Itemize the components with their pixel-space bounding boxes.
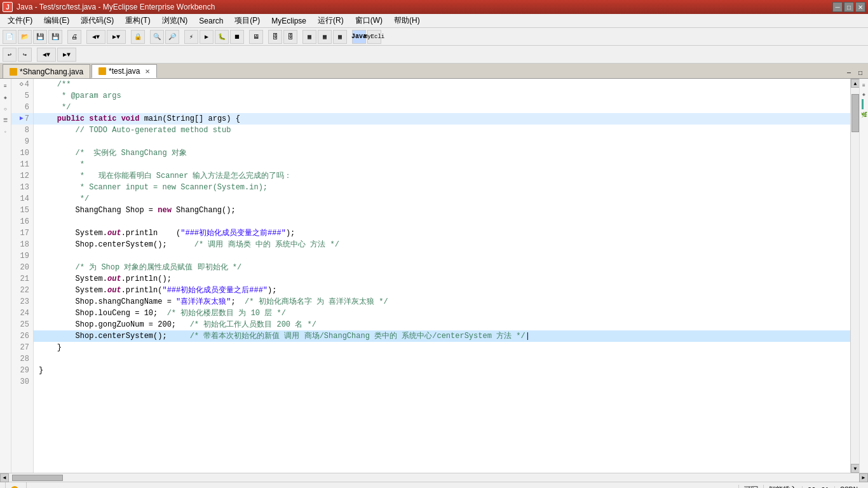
menu-source[interactable]: 源代码(S) — [76, 14, 119, 27]
run-button[interactable]: ▶ — [200, 30, 214, 44]
menu-edit[interactable]: 编辑(E) — [39, 14, 74, 27]
line-7: ► 7 — [11, 113, 33, 125]
line-4: ◇ 4 — [11, 79, 33, 90]
status-writable: 可写 — [738, 485, 763, 488]
mini-icon-3[interactable] — [862, 99, 867, 109]
scroll-down-button[interactable]: ▼ — [851, 464, 860, 473]
new-button[interactable]: 📄 — [3, 30, 17, 44]
code-line-23: Shop.shangChangName = "喜洋洋灰太狼"; /* 初始化商场… — [34, 296, 850, 308]
line-14: 14 — [11, 193, 33, 205]
h-scroll-track[interactable] — [9, 474, 859, 482]
nav-back-button[interactable]: ◀▼ — [37, 48, 56, 62]
line-5: 5 — [11, 90, 33, 102]
forward-button[interactable]: ▶▼ — [107, 30, 126, 44]
tab-maximize-button[interactable]: □ — [855, 68, 865, 78]
line-16: 16 — [11, 216, 33, 227]
line-20: 20 — [11, 262, 33, 273]
menu-run[interactable]: 运行(R) — [313, 14, 349, 27]
server-button[interactable]: 🖥 — [249, 30, 263, 44]
code-line-10: /* 实例化 ShangChang 对象 — [34, 147, 850, 159]
horizontal-scrollbar[interactable]: ◀ ▶ — [0, 473, 868, 482]
code-line-8: // TODO Auto-generated method stub — [34, 125, 850, 136]
mini-icon-2[interactable]: ◈ — [860, 90, 868, 98]
line-29: 29 — [11, 365, 33, 376]
h-scroll-thumb[interactable] — [12, 475, 63, 481]
layout1-button[interactable]: ▦ — [302, 30, 316, 44]
tab-minimize-button[interactable]: ─ — [844, 68, 854, 78]
back-button[interactable]: ◀▼ — [86, 30, 105, 44]
right-mini-panel: ≡ ◈ 🌿 — [859, 79, 868, 473]
minimize-button[interactable]: ─ — [832, 2, 843, 12]
close-button[interactable]: ✕ — [855, 2, 865, 12]
layout2-button[interactable]: ▦ — [318, 30, 332, 44]
myeclipse-perspective[interactable]: MyEcli — [367, 30, 381, 44]
menu-myeclipse[interactable]: MyEclipse — [266, 15, 311, 27]
menu-help[interactable]: 帮助(H) — [389, 14, 425, 27]
debug-button[interactable]: 🐛 — [215, 30, 229, 44]
gutter-icon-2[interactable]: ◈ — [1, 93, 10, 102]
deploy-button[interactable]: ⚡ — [184, 30, 198, 44]
line-17: 17 — [11, 227, 33, 239]
line-30: 30 — [11, 376, 33, 388]
save-button[interactable]: 💾 — [33, 30, 47, 44]
open-button[interactable]: 📂 — [18, 30, 32, 44]
menu-search[interactable]: Search — [194, 15, 228, 27]
scroll-track[interactable] — [851, 88, 859, 464]
scroll-left-button[interactable]: ◀ — [0, 473, 9, 482]
tab-label-test: *test.java — [109, 67, 140, 76]
print-button[interactable]: 🖨 — [67, 30, 81, 44]
status-position: 26 : 91 — [802, 486, 834, 489]
mini-icon-4[interactable]: 🌿 — [860, 111, 868, 118]
line-11: 11 — [11, 159, 33, 170]
toolbar-2: ↩ ↪ ◀▼ ▶▼ — [0, 46, 868, 64]
gutter-icon-4[interactable]: ☰ — [1, 116, 10, 125]
nav-fwd-button[interactable]: ▶▼ — [57, 48, 76, 62]
code-editor[interactable]: /** * @param args */ public static void … — [34, 79, 850, 473]
editor-area: ≡ ◈ ○ ☰ ◦ ◇ 4 5 6 ► 7 8 9 10 11 12 13 14… — [0, 79, 868, 473]
tab-bar: *ShangChang.java *test.java ✕ ─ □ — [0, 64, 868, 79]
stop-button[interactable]: ⏹ — [230, 30, 244, 44]
db-button[interactable]: 🗄 — [268, 30, 282, 44]
menu-window[interactable]: 窗口(W) — [350, 14, 388, 27]
tab-test[interactable]: *test.java ✕ — [92, 64, 157, 78]
line-9: 9 — [11, 136, 33, 147]
lock-button[interactable]: 🔒 — [131, 30, 145, 44]
menu-bar: 文件(F) 编辑(E) 源代码(S) 重构(T) 浏览(N) Search 项目… — [0, 14, 868, 28]
db2-button[interactable]: 🗄 — [283, 30, 297, 44]
scroll-up-button[interactable]: ▲ — [851, 79, 860, 88]
scroll-thumb[interactable] — [851, 94, 859, 132]
save-all-button[interactable]: 💾 — [48, 30, 62, 44]
redo-button[interactable]: ↪ — [18, 48, 32, 62]
layout3-button[interactable]: ▦ — [333, 30, 347, 44]
fold-arrow-4[interactable]: ◇ — [20, 79, 24, 90]
line-numbers: ◇ 4 5 6 ► 7 8 9 10 11 12 13 14 15 16 17 … — [11, 79, 34, 473]
status-indicator — [11, 486, 18, 489]
gutter-icon-5[interactable]: ◦ — [1, 127, 10, 136]
tab-shangchang[interactable]: *ShangChang.java — [3, 64, 90, 78]
code-line-4: /** — [34, 79, 850, 90]
code-line-20: /* 为 Shop 对象的属性成员赋值 即初始化 */ — [34, 262, 850, 273]
breakpoint-7[interactable]: ► — [20, 113, 24, 125]
line-12: 12 — [11, 170, 33, 182]
undo-button[interactable]: ↩ — [3, 48, 17, 62]
title-bar: J Java - Test/src/test.java - MyEclipse … — [0, 0, 868, 14]
search-tb-button[interactable]: 🔍 — [150, 30, 164, 44]
gutter-icon-3[interactable]: ○ — [1, 104, 10, 113]
code-line-9 — [34, 136, 850, 147]
gutter-icon-1[interactable]: ≡ — [1, 81, 10, 90]
code-line-19 — [34, 250, 850, 262]
menu-project[interactable]: 项目(P) — [229, 14, 265, 27]
maximize-button[interactable]: □ — [844, 2, 854, 12]
code-line-30 — [34, 376, 850, 388]
mini-icon-1[interactable]: ≡ — [860, 81, 868, 89]
tab-close-button[interactable]: ✕ — [145, 68, 150, 75]
menu-file[interactable]: 文件(F) — [3, 14, 37, 27]
menu-browse[interactable]: 浏览(N) — [157, 14, 193, 27]
find-button[interactable]: 🔎 — [165, 30, 179, 44]
menu-refactor[interactable]: 重构(T) — [120, 14, 155, 27]
code-line-28 — [34, 353, 850, 365]
vertical-scrollbar[interactable]: ▲ ▼ — [850, 79, 859, 473]
scroll-right-button[interactable]: ▶ — [859, 473, 868, 482]
code-line-22: System.out.println("###初始化成员变量之后###"); — [34, 285, 850, 296]
line-8: 8 — [11, 125, 33, 136]
